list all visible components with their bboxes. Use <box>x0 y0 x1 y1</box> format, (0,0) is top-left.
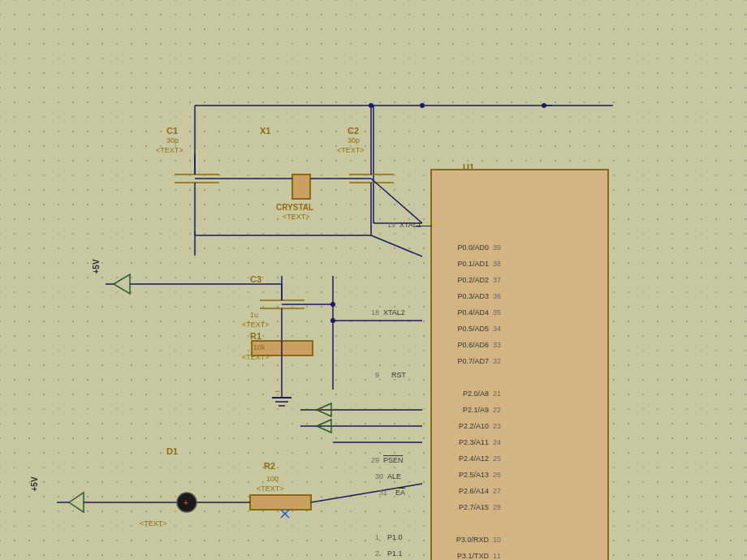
svg-line-17 <box>371 235 422 256</box>
pin-p23-num: 24 <box>493 438 501 446</box>
pin-rst-label: RST <box>391 371 406 379</box>
r2-text: <TEXT> <box>257 485 284 493</box>
r2-label: R2 <box>264 461 275 471</box>
pin-psen-num: 29 <box>371 456 379 464</box>
r1-label: R1 <box>250 331 261 341</box>
pin-p24-num: 25 <box>493 454 501 463</box>
pin-p21-num: 22 <box>493 406 501 414</box>
pin-p07-label: P0.7/AD7 <box>457 357 489 365</box>
pin-p20-label: P2.0/A8 <box>463 390 489 398</box>
pin-p31-label: P3.1/TXD <box>457 552 489 560</box>
pin-p11-num: 2 <box>375 549 379 558</box>
c2-value: 30p <box>348 136 360 144</box>
pin-rst-num: 9 <box>375 371 379 379</box>
pin-p02-num: 37 <box>493 276 501 284</box>
pin-p07-num: 32 <box>493 357 501 365</box>
pin-p30-label: P3.0/RXD <box>456 536 489 544</box>
pin-p20-num: 21 <box>493 390 501 398</box>
vcc-rst-label: +5V <box>92 259 101 274</box>
pin-p05-label: P0.5/AD5 <box>457 325 489 333</box>
pin-xtal1-num: 19 <box>387 221 395 229</box>
c3-value: 1u <box>250 311 258 319</box>
pin-p25-label: P2.5/A13 <box>459 471 489 479</box>
c1-text: <TEXT> <box>156 146 184 154</box>
pin-p11-label: P1.1 <box>387 549 403 558</box>
r1-value: 10k <box>253 343 266 351</box>
svg-rect-18 <box>292 174 310 199</box>
pin-p10-num: 1 <box>375 533 379 541</box>
pin-p01-label: P0.1/AD1 <box>457 260 489 268</box>
d1-label: D1 <box>166 446 178 456</box>
crystal-label: CRYSTAL <box>276 203 313 212</box>
c3-label: C3 <box>250 274 261 284</box>
pin-xtal1-label: XTAL1 <box>399 221 421 229</box>
c2-text: <TEXT> <box>337 146 365 154</box>
pin-p23-label: P2.3/A11 <box>459 438 489 446</box>
pin-p05-num: 34 <box>493 325 501 333</box>
pin-p27-label: P2.7/A15 <box>459 503 489 511</box>
pin-p22-label: P2.2/A10 <box>459 422 489 430</box>
pin-p26-label: P2.6/A14 <box>459 487 489 495</box>
vcc-d1-label: +5V <box>30 476 39 491</box>
pin-p30-num: 10 <box>493 536 501 544</box>
ic-chip: XTAL1 19 XTAL2 18 RST 9 PSEN 29 ALE 30 E… <box>430 169 609 560</box>
pin-ale-label: ALE <box>387 472 401 480</box>
d1-text: <TEXT> <box>140 519 167 528</box>
pin-p27-num: 28 <box>493 503 501 511</box>
svg-line-21 <box>371 179 422 223</box>
pin-p25-num: 26 <box>493 471 501 479</box>
c1-label: C1 <box>166 126 178 136</box>
pin-p22-num: 23 <box>493 422 501 430</box>
pin-p06-label: P0.6/AD6 <box>457 341 489 349</box>
pin-p02-label: P0.2/AD2 <box>457 276 489 284</box>
svg-point-14 <box>369 103 374 108</box>
svg-point-33 <box>330 302 335 307</box>
pin-p03-num: 36 <box>493 292 501 300</box>
pin-p06-num: 33 <box>493 341 501 349</box>
c3-text: <TEXT> <box>242 321 270 329</box>
pin-ea-num: 31 <box>379 489 387 497</box>
svg-marker-34 <box>114 274 130 294</box>
pin-p21-label: P2.1/A9 <box>463 406 489 414</box>
c2-label: C2 <box>348 126 359 136</box>
pin-p00-num: 39 <box>493 243 501 252</box>
svg-marker-54 <box>69 493 84 512</box>
pin-p26-num: 27 <box>493 487 501 495</box>
pin-p03-label: P0.3/AD3 <box>457 292 489 300</box>
x1-label: X1 <box>260 126 270 136</box>
pin-ale-num: 30 <box>375 472 383 480</box>
pin-psen-label: PSEN <box>383 456 404 464</box>
schematic-diagram: + XTAL1 19 XTAL2 18 RST 9 PSEN 29 ALE 30… <box>24 49 739 552</box>
pin-p00-label: P0.0/AD0 <box>457 243 489 252</box>
r1-text: <TEXT> <box>242 353 270 361</box>
svg-point-2 <box>420 103 425 108</box>
pin-p10-label: P1.0 <box>387 533 403 541</box>
svg-rect-49 <box>250 495 311 510</box>
pin-p04-num: 35 <box>493 308 501 317</box>
pin-p31-num: 11 <box>493 552 501 560</box>
pin-p01-num: 38 <box>493 260 501 268</box>
pin-xtal2-label: XTAL2 <box>383 308 405 317</box>
pin-ea-label: EA <box>395 489 405 497</box>
crystal-text: <TEXT> <box>283 213 310 221</box>
pin-p24-label: P2.4/A12 <box>459 454 489 463</box>
svg-line-50 <box>311 484 422 502</box>
pin-xtal2-num: 18 <box>371 308 379 317</box>
svg-text:+: + <box>184 498 188 507</box>
r2-value: 100 <box>266 475 279 483</box>
c1-value: 30p <box>166 136 179 144</box>
ground-minus: − <box>274 386 280 397</box>
pin-p04-label: P0.4/AD4 <box>457 308 489 317</box>
